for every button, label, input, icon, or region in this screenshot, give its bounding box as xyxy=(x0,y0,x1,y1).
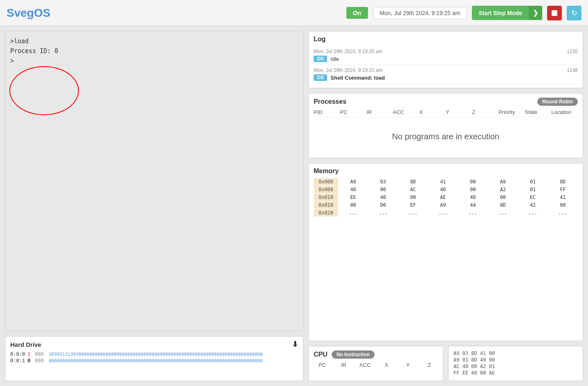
mem-addr: 0x018 xyxy=(314,201,338,209)
memory-title: Memory xyxy=(314,167,578,175)
log-entry: Mon, Jul 29th 2024, 9:19:21 am 1148 OS S… xyxy=(314,65,578,84)
mem-cell: ... xyxy=(398,209,428,216)
mem-cell: 44 xyxy=(458,201,488,209)
cpu-header: CPU No Instruction xyxy=(314,350,438,359)
mem-cell: 8D xyxy=(488,201,518,209)
right-panel: Log Mon, Jul 29th 2024, 9:19:25 am 1220 … xyxy=(303,31,583,381)
mem-cell: 40 xyxy=(458,194,488,201)
stop-button[interactable] xyxy=(547,6,562,20)
mem-addr: 0x008 xyxy=(314,186,338,193)
rightmost-row: AC 40 00 A2 01 xyxy=(453,364,578,369)
process-column-header: ACC xyxy=(393,109,420,115)
mem-cell: 00 xyxy=(368,186,398,193)
log-entry-body: OS Shell Command: load xyxy=(314,74,578,81)
process-column-header: X xyxy=(419,109,446,115)
log-message: Shell Command: load xyxy=(330,75,385,81)
mem-cell: 42 xyxy=(518,201,548,209)
mem-cell: 01 xyxy=(518,186,548,193)
refresh-button[interactable]: ↻ xyxy=(567,6,581,20)
bottom-row: CPU No Instruction PCIRACCXYZ A9 03 8D 4… xyxy=(308,346,583,381)
terminal-panel[interactable]: >load Process ID: 0 > xyxy=(5,31,303,331)
log-entry: Mon, Jul 29th 2024, 9:19:25 am 1220 OS I… xyxy=(314,46,578,65)
left-panel: >load Process ID: 0 > Hard Drive ⬇ 0:0:0… xyxy=(5,31,303,381)
mem-cell: 40 xyxy=(338,186,368,193)
log-scroll[interactable]: Mon, Jul 29th 2024, 9:19:25 am 1220 OS I… xyxy=(314,46,578,84)
mem-cell: FF xyxy=(548,186,578,193)
log-panel: Log Mon, Jul 29th 2024, 9:19:25 am 1220 … xyxy=(308,31,583,88)
cpu-panel: CPU No Instruction PCIRACCXYZ xyxy=(308,346,443,381)
memory-row: 0x000A9038D4100A9018D xyxy=(314,178,578,185)
hd-flag2: 000 xyxy=(35,358,46,364)
memory-scroll[interactable]: 0x000A9038D4100A9018D0x0084000AC4000A201… xyxy=(314,178,578,217)
main-layout: >load Process ID: 0 > Hard Drive ⬇ 0:0:0… xyxy=(0,26,588,386)
mem-cell: A9 xyxy=(488,178,518,185)
cpu-title: CPU xyxy=(314,351,328,358)
hd-addr: 0:0:1 xyxy=(10,358,25,364)
hard-drive-title: Hard Drive xyxy=(10,341,41,348)
step-arrow-icon: ❯ xyxy=(529,6,542,20)
start-step-mode-button[interactable]: Start Step Mode ❯ xyxy=(472,6,542,20)
hard-drive-row: 0:0:0 1 000 3030313130300000000000000000… xyxy=(10,351,298,357)
cpu-column-header: Y xyxy=(399,362,416,368)
hd-data: 3030313130300000000000000000000000000000… xyxy=(49,352,263,357)
processes-header: Processes Round Robin xyxy=(314,98,578,106)
no-programs-message: No programs are in execution xyxy=(314,120,578,154)
rightmost-rows: A9 03 8D 41 00A9 01 8D 40 00AC 40 00 A2 … xyxy=(453,350,578,376)
process-column-header: PC xyxy=(340,109,367,115)
memory-row: 0x01800D0EFA9448D4200 xyxy=(314,201,578,209)
refresh-icon: ↻ xyxy=(571,9,577,18)
mem-cell: 01 xyxy=(518,178,548,185)
mem-addr: 0x010 xyxy=(314,194,338,201)
memory-rows: 0x000A9038D4100A9018D0x0084000AC4000A201… xyxy=(314,178,578,216)
log-badge: OS xyxy=(314,56,327,62)
mem-cell: 41 xyxy=(428,178,458,185)
log-entry-header: Mon, Jul 29th 2024, 9:19:21 am 1148 xyxy=(314,67,578,73)
mem-cell: EE xyxy=(338,194,368,201)
hard-drive-download-icon[interactable]: ⬇ xyxy=(292,340,298,349)
mem-cell: ... xyxy=(368,209,398,216)
hd-flag1: 0 xyxy=(27,358,32,364)
processes-panel: Processes Round Robin PIDPCIRACCXYZPrior… xyxy=(308,93,583,158)
cpu-columns: PCIRACCXYZ xyxy=(314,362,438,368)
mem-cell: 40 xyxy=(368,194,398,201)
hd-addr: 0:0:0 xyxy=(10,351,25,357)
hd-flag2: 000 xyxy=(35,351,46,357)
process-column-header: PID xyxy=(314,109,340,115)
cpu-column-header: Z xyxy=(421,362,438,368)
hard-drive-header: Hard Drive ⬇ xyxy=(10,340,298,349)
process-column-header: Priority xyxy=(498,109,525,115)
terminal-line-2: Process ID: 0 xyxy=(10,46,298,56)
rightmost-panel: A9 03 8D 41 00A9 01 8D 40 00AC 40 00 A2 … xyxy=(448,346,583,381)
cpu-column-header: PC xyxy=(314,362,331,368)
processes-columns: PIDPCIRACCXYZPriorityStateLocation xyxy=(314,109,578,117)
mem-cell: ... xyxy=(428,209,458,216)
log-title: Log xyxy=(314,36,578,43)
logo-sveg: Sveg xyxy=(7,7,34,19)
hd-flag1: 1 xyxy=(27,351,32,357)
mem-cell: 00 xyxy=(398,194,428,201)
processes-title: Processes xyxy=(314,98,346,105)
cpu-column-header: IR xyxy=(335,362,352,368)
mem-cell: 03 xyxy=(368,178,398,185)
log-entry-header: Mon, Jul 29th 2024, 9:19:25 am 1220 xyxy=(314,49,578,54)
mem-cell: A9 xyxy=(428,201,458,209)
mem-cell: ... xyxy=(488,209,518,216)
log-badge: OS xyxy=(314,74,327,81)
terminal-line-3: > xyxy=(10,56,298,66)
cpu-column-header: X xyxy=(378,362,395,368)
process-column-header: State xyxy=(525,109,552,115)
logo: SvegOS xyxy=(7,7,50,20)
mem-cell: ... xyxy=(458,209,488,216)
status-on-badge: On xyxy=(346,7,368,19)
log-count: 1220 xyxy=(567,49,578,54)
memory-row: 0x0084000AC4000A201FF xyxy=(314,186,578,193)
mem-cell: ... xyxy=(548,209,578,216)
mem-addr: 0x000 xyxy=(314,178,338,185)
rightmost-row: FF EE 40 00 AE xyxy=(453,370,578,376)
mem-cell: 00 xyxy=(338,201,368,209)
hd-data: 0000000000000000000000000000000000000000… xyxy=(49,358,263,364)
mem-cell: ... xyxy=(338,209,368,216)
mem-cell: 00 xyxy=(458,186,488,193)
mem-cell: D0 xyxy=(368,201,398,209)
start-step-mode-label: Start Step Mode xyxy=(472,7,529,20)
